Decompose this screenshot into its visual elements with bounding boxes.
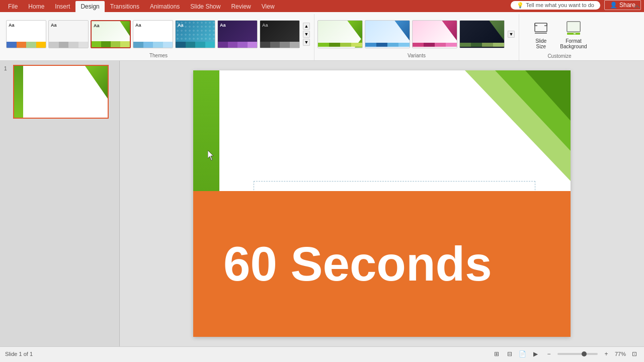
scroll-more-icon[interactable]: ▼ <box>303 39 310 46</box>
format-background-button[interactable]: Format Background <box>556 16 591 52</box>
variant-2[interactable] <box>365 20 410 48</box>
slide-info: Slide 1 of 1 <box>5 351 33 357</box>
person-icon: 👤 <box>610 2 617 9</box>
slide-size-button[interactable]: Slide Size <box>528 16 554 52</box>
slides-panel: 1 <box>0 61 120 346</box>
format-background-icon <box>565 19 583 37</box>
variant-3[interactable] <box>412 20 457 48</box>
theme-2[interactable]: Aa <box>48 20 89 48</box>
normal-view-icon[interactable]: ⊞ <box>492 349 501 358</box>
theme-4[interactable]: Aa <box>133 20 173 48</box>
ribbon-content: Aa Aa <box>0 14 644 60</box>
canvas-green-top-right <box>465 70 571 181</box>
tell-me-bar[interactable]: 💡 Tell me what you want to do <box>511 1 600 10</box>
thumb-green-left <box>14 66 23 118</box>
tab-transitions[interactable]: Transitions <box>105 1 144 12</box>
tab-home[interactable]: Home <box>23 1 49 12</box>
ribbon-tabs: File Home Insert Design Transitions Anim… <box>0 0 644 12</box>
ribbon: Aa Aa <box>0 12 644 61</box>
zoom-in-button[interactable]: + <box>602 349 611 358</box>
slide-size-icon <box>532 19 550 37</box>
theme-7[interactable]: Aa <box>260 20 300 48</box>
slide-canvas-area: Click to add title subtitle 60 Seconds <box>120 61 644 346</box>
slide-sorter-icon[interactable]: ⊟ <box>505 349 514 358</box>
main-area: 1 <box>0 61 644 346</box>
themes-group: Aa Aa <box>3 14 314 60</box>
zoom-level: 77% <box>615 351 626 357</box>
tab-file[interactable]: File <box>3 1 23 12</box>
lightbulb-icon: 💡 <box>517 2 524 9</box>
theme-6[interactable]: Aa <box>217 20 258 48</box>
svg-rect-0 <box>535 23 547 32</box>
zoom-out-button[interactable]: − <box>544 349 553 358</box>
slideshow-icon[interactable]: ▶ <box>531 349 540 358</box>
overlay-text: 60 Seconds <box>223 236 492 292</box>
theme-3[interactable]: Aa <box>91 20 131 48</box>
themes-label: Themes <box>149 53 168 58</box>
tab-slideshow[interactable]: Slide Show <box>185 1 225 12</box>
format-background-label: Format Background <box>560 38 587 49</box>
tab-view[interactable]: View <box>257 1 280 12</box>
slide-1-container: 1 <box>4 65 115 119</box>
variants-row: ▼ <box>317 16 516 52</box>
scroll-up-icon[interactable]: ▲ <box>303 23 310 30</box>
slide-thumbnail-1[interactable] <box>13 65 109 119</box>
variants-group: ▼ Variants <box>314 14 519 60</box>
status-bar: Slide 1 of 1 ⊞ ⊟ 📄 ▶ − + 77% ⊡ <box>0 346 644 360</box>
variant-4[interactable] <box>459 20 505 48</box>
thumb-green-corner <box>85 66 108 99</box>
tab-review[interactable]: Review <box>226 1 256 12</box>
overlay-banner: 60 Seconds <box>193 191 571 337</box>
variants-label: Variants <box>408 53 426 58</box>
variants-scroll-icon[interactable]: ▼ <box>508 31 515 38</box>
customize-label: Customize <box>547 53 571 59</box>
slide-number-1: 1 <box>4 65 11 71</box>
themes-scroll[interactable]: ▲ ▼ ▼ <box>302 22 311 47</box>
tab-design[interactable]: Design <box>75 1 104 12</box>
tab-insert[interactable]: Insert <box>50 1 75 12</box>
theme-5[interactable]: Aa <box>175 20 215 48</box>
ribbon-collapse-button[interactable] <box>633 3 641 13</box>
themes-row: Aa Aa <box>6 16 311 52</box>
tell-me-text: Tell me what you want to do <box>526 2 594 8</box>
scroll-down-icon[interactable]: ▼ <box>303 31 310 38</box>
svg-rect-3 <box>567 22 580 32</box>
zoom-thumb <box>582 351 587 356</box>
customize-group: Slide Size Format Background Cust <box>519 14 600 60</box>
slide-canvas[interactable]: Click to add title subtitle 60 Seconds <box>193 70 571 337</box>
status-bar-right: ⊞ ⊟ 📄 ▶ − + 77% ⊡ <box>492 349 639 358</box>
fit-slide-icon[interactable]: ⊡ <box>630 349 639 358</box>
theme-1[interactable]: Aa <box>6 20 46 48</box>
tab-animations[interactable]: Animations <box>145 1 185 12</box>
zoom-slider[interactable] <box>557 353 598 355</box>
variant-1[interactable] <box>317 20 363 48</box>
slide-size-label: Slide Size <box>535 38 546 49</box>
reading-view-icon[interactable]: 📄 <box>518 349 527 358</box>
variants-scroll[interactable]: ▼ <box>507 30 516 39</box>
